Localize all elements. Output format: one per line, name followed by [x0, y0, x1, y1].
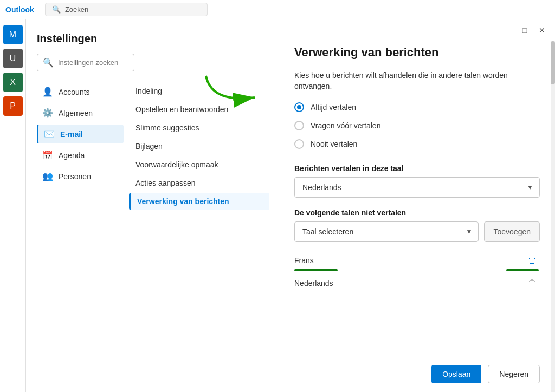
language-select-wrap: Taal selecteren ▼ [294, 221, 479, 242]
maximize-button[interactable]: □ [518, 24, 531, 37]
language-item-row-1: Nederlands 🗑 [294, 273, 540, 293]
radio-nooit-circle[interactable] [294, 139, 304, 149]
cancel-button[interactable]: Negeren [488, 365, 540, 383]
search-bar[interactable]: 🔍 Zoeken [45, 3, 208, 16]
radio-altijd-label: Altijd vertalen [311, 103, 356, 112]
delete-language-button-0[interactable]: 🗑 [525, 253, 540, 268]
close-button[interactable]: ✕ [535, 24, 548, 37]
dialog-title: Verwerking van berichten [294, 45, 540, 60]
translate-language-dropdown[interactable]: Nederlands [294, 177, 540, 198]
language-select-dropdown[interactable]: Taal selecteren [294, 221, 479, 242]
language-name-0: Frans [294, 256, 525, 265]
search-label: Zoeken [65, 5, 88, 14]
dialog-titlebar: — □ ✕ [279, 19, 555, 41]
language-bar-left-0 [294, 269, 338, 271]
dialog-content: Verwerking van berichten Kies hoe u beri… [279, 41, 555, 356]
section-description: Kies hoe u berichten wilt afhandelen die… [294, 70, 540, 92]
language-item-row-top-1: Nederlands 🗑 [294, 276, 540, 291]
dialog-overlay: — □ ✕ Verwerking van berichten Kies hoe … [0, 19, 555, 392]
language-item-row-top-0: Frans 🗑 [294, 253, 540, 268]
toevoegen-button[interactable]: Toevoegen [484, 221, 540, 242]
titlebar: Outlook 🔍 Zoeken [0, 0, 555, 19]
radio-altijd[interactable]: Altijd vertalen [294, 102, 540, 112]
app-logo: Outlook [5, 5, 34, 14]
radio-vragen-label: Vragen vóór vertalen [311, 121, 380, 130]
translate-language-label: Berichten vertalen in deze taal [294, 164, 540, 173]
translation-radio-group: Altijd vertalen Vragen vóór vertalen Noo… [294, 102, 540, 149]
minimize-button[interactable]: — [501, 24, 514, 37]
dialog-footer: Opslaan Negeren [279, 356, 555, 392]
language-list: Frans 🗑 Nederlands 🗑 [294, 251, 540, 293]
scrollbar-track[interactable] [551, 41, 555, 392]
language-bar-right-0 [506, 269, 539, 271]
translate-language-dropdown-wrap: Nederlands ▼ [294, 177, 540, 198]
radio-nooit[interactable]: Nooit vertalen [294, 139, 540, 149]
dialog: — □ ✕ Verwerking van berichten Kies hoe … [279, 19, 555, 392]
language-item-row-0: Frans 🗑 [294, 251, 540, 273]
radio-altijd-circle[interactable] [294, 102, 304, 112]
radio-vragen[interactable]: Vragen vóór vertalen [294, 121, 540, 130]
scrollbar-thumb[interactable] [551, 41, 555, 84]
add-language-row: Taal selecteren ▼ Toevoegen [294, 221, 540, 242]
radio-nooit-label: Nooit vertalen [311, 140, 357, 148]
exclude-languages-label: De volgende talen niet vertalen [294, 208, 540, 217]
search-icon: 🔍 [52, 5, 61, 14]
radio-vragen-circle[interactable] [294, 121, 304, 130]
language-name-1: Nederlands [294, 279, 525, 288]
delete-language-button-1[interactable]: 🗑 [525, 276, 540, 291]
save-button[interactable]: Opslaan [431, 365, 481, 383]
